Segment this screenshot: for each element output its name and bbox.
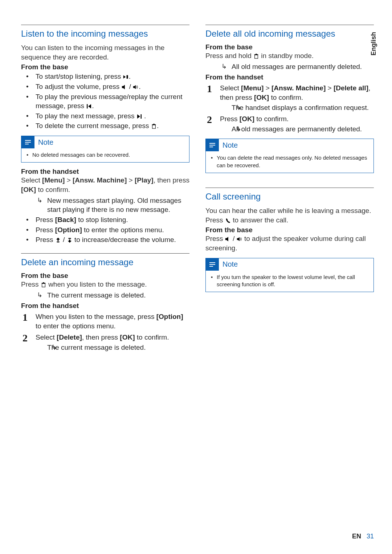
text: To adjust the volume, press (36, 83, 122, 90)
text: > (326, 84, 334, 92)
text: to enter the options menu. (36, 322, 116, 330)
text: When you listen to the message, press (36, 313, 156, 320)
section-title-delete-all: Delete all old incoming messages (205, 25, 374, 39)
list-item: To play the next message, press . (21, 111, 189, 121)
volume-up-icon (133, 85, 139, 90)
from-handset-heading: From the handset (205, 73, 374, 81)
svg-marker-0 (123, 75, 126, 79)
base-instruction: Press / to adjust the speaker volume dur… (205, 234, 374, 253)
language-tab: English (370, 32, 377, 56)
svg-marker-2 (122, 85, 124, 89)
handset-steps: Select [Menu] > [Answ. Machine] > [Delet… (205, 83, 374, 134)
delete-label: [Delete] (57, 333, 82, 341)
note-item: If you turn the speaker to the lowest vo… (211, 274, 370, 288)
result-text: New messages start playing. Old messages… (21, 196, 189, 214)
result-text: All old messages are permanently deleted… (220, 124, 374, 134)
svg-rect-24 (209, 143, 215, 144)
svg-rect-12 (25, 142, 31, 143)
text: Select (21, 176, 42, 184)
svg-marker-3 (133, 85, 136, 89)
text: > (127, 176, 135, 184)
section-title-call-screening: Call screening (205, 188, 374, 202)
result-text: The handset displays a confirmation requ… (220, 103, 374, 112)
volume-down-icon (225, 237, 231, 242)
note-icon (206, 258, 219, 271)
note-icon (21, 136, 34, 148)
svg-rect-22 (254, 54, 258, 55)
svg-rect-11 (25, 140, 31, 141)
note-box: Note If you turn the speaker to the lowe… (205, 258, 374, 292)
text: to confirm. (269, 94, 303, 101)
play-stop-icon (123, 74, 129, 79)
page-columns: Listen to the incoming messages You can … (21, 22, 374, 352)
note-title: Note (222, 260, 238, 268)
left-column: Listen to the incoming messages You can … (21, 22, 189, 352)
svg-marker-27 (225, 237, 228, 241)
svg-rect-9 (152, 124, 156, 125)
volume-down-icon (122, 85, 127, 90)
text: to enter the options menu. (82, 226, 164, 234)
text: Press (220, 115, 240, 123)
page-footer: EN 31 (352, 533, 374, 540)
svg-rect-26 (209, 147, 213, 147)
ok-label: [OK] (120, 333, 135, 341)
svg-rect-4 (87, 104, 88, 108)
handset-bullets: Press [Back] to stop listening. Press [O… (21, 215, 189, 245)
svg-rect-7 (140, 114, 142, 119)
separator: / (127, 83, 133, 90)
svg-rect-13 (25, 144, 29, 144)
text: , then press (154, 176, 189, 184)
text: to confirm. (254, 115, 289, 123)
svg-rect-16 (68, 238, 71, 239)
svg-rect-1 (126, 75, 128, 79)
step-item: When you listen to the message, press [O… (21, 312, 189, 331)
svg-marker-5 (88, 104, 91, 108)
from-base-heading: From the base (205, 43, 374, 51)
note-item: No deleted messages can be recovered. (26, 151, 185, 159)
next-icon (136, 114, 142, 119)
footer-lang: EN (352, 533, 361, 540)
text: To delete the current message, press (36, 122, 151, 130)
svg-rect-20 (43, 282, 44, 283)
intro-text: You can hear the caller while he is leav… (205, 206, 374, 225)
text: to stop listening. (76, 216, 128, 223)
trash-icon (253, 54, 259, 59)
result-text: The current message is deleted. (21, 291, 189, 300)
intro-text: You can listen to the incoming messages … (21, 43, 189, 62)
handset-select-line: Select [Menu] > [Answ. Machine] > [Play]… (21, 176, 189, 194)
from-base-heading: From the base (205, 226, 374, 234)
note-body: No deleted messages can be recovered. (21, 148, 189, 162)
note-icon (206, 139, 219, 151)
text: To play the previous message/replay the … (36, 93, 183, 110)
text: Press and hold (205, 52, 253, 59)
section-title-delete: Delete an incoming message (21, 253, 189, 267)
phone-icon (225, 218, 231, 223)
note-body: If you turn the speaker to the lowest vo… (206, 271, 373, 292)
list-item: To adjust the volume, press / . (21, 82, 189, 91)
right-column: Delete all old incoming messages From th… (205, 22, 374, 352)
text: Select (36, 333, 57, 341)
note-title: Note (222, 141, 238, 149)
text: Select (220, 84, 241, 92)
text: to confirm. (36, 186, 70, 193)
base-instruction: Press when you listen to the message. (21, 280, 189, 289)
ok-label: [OK] (21, 186, 36, 193)
note-item: You can delete the read messages only. N… (211, 154, 370, 169)
list-item: To delete the current message, press . (21, 121, 189, 131)
svg-marker-17 (68, 239, 72, 243)
text: Press (205, 235, 225, 242)
svg-rect-18 (42, 283, 45, 287)
step-item: Select [Delete], then press [OK] to conf… (21, 333, 189, 352)
play-label: [Play] (135, 176, 154, 184)
list-item: Press / to increase/decrease the volume. (21, 235, 189, 245)
down-arrow-icon (67, 238, 73, 243)
svg-rect-10 (153, 124, 155, 124)
from-base-heading: From the base (21, 63, 189, 71)
text: to confirm. (135, 333, 169, 341)
separator: / (231, 235, 237, 242)
note-body: You can delete the read messages only. N… (206, 151, 373, 173)
list-item: Press [Back] to stop listening. (21, 215, 189, 225)
svg-rect-29 (209, 262, 215, 263)
footer-page-number: 31 (367, 533, 374, 540)
result-text: All old messages are permanently deleted… (205, 62, 374, 71)
